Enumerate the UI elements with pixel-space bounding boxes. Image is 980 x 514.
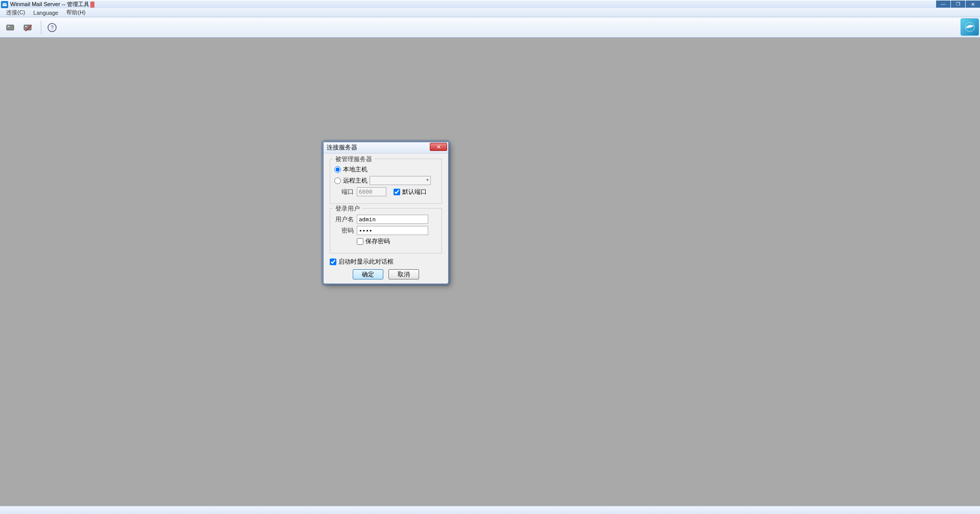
password-input[interactable] — [357, 226, 428, 235]
port-label: 端口 — [334, 188, 354, 196]
managed-server-group-title: 被管理服务器 — [333, 155, 374, 164]
remote-host-combo[interactable] — [370, 176, 431, 185]
port-input[interactable] — [357, 187, 386, 196]
local-host-radio[interactable] — [334, 166, 341, 173]
svg-rect-5 — [25, 26, 27, 27]
svg-text:?: ? — [51, 24, 54, 31]
toolbar: ? — [0, 17, 980, 38]
menu-language[interactable]: Language — [29, 9, 62, 16]
save-password-row: 保存密码 — [357, 237, 437, 246]
remote-host-label: 远程主机 — [343, 176, 368, 185]
svg-rect-2 — [8, 26, 10, 27]
menubar: 连接(C) Language 帮助(H) — [0, 8, 980, 17]
minimize-button[interactable] — [936, 1, 950, 8]
username-label: 用户名 — [334, 215, 354, 224]
title-accent — [90, 2, 94, 8]
svg-point-3 — [12, 28, 14, 29]
remote-host-row: 远程主机 — [334, 176, 437, 185]
maximize-button[interactable] — [951, 1, 965, 8]
username-row: 用户名 — [334, 215, 437, 224]
show-on-startup-row: 启动时显示此对话框 — [330, 258, 442, 266]
dialog-titlebar[interactable]: 连接服务器 ✕ — [324, 142, 448, 153]
save-password-checkbox[interactable] — [357, 238, 363, 245]
show-on-startup-checkbox[interactable] — [330, 259, 336, 265]
username-input[interactable] — [357, 215, 428, 224]
mdi-workspace — [0, 38, 980, 506]
save-password-label: 保存密码 — [365, 237, 390, 246]
window-titlebar: Winmail Mail Server -- 管理工具 — [0, 0, 980, 8]
dialog-close-button[interactable]: ✕ — [430, 143, 447, 151]
statusbar — [0, 506, 980, 514]
login-user-group-title: 登录用户 — [333, 204, 362, 213]
default-port-label: 默认端口 — [402, 188, 427, 196]
password-row: 密码 — [334, 226, 437, 235]
app-logo-icon — [961, 18, 979, 36]
toolbar-separator — [41, 21, 41, 34]
app-icon — [1, 1, 8, 8]
menu-help[interactable]: 帮助(H) — [62, 8, 89, 17]
show-on-startup-label: 启动时显示此对话框 — [338, 258, 394, 266]
dialog-body: 被管理服务器 本地主机 远程主机 端口 默认端口 登录用户 — [324, 153, 448, 284]
ok-button[interactable]: 确定 — [353, 269, 383, 279]
port-row: 端口 默认端口 — [334, 187, 437, 196]
svg-rect-1 — [7, 25, 14, 30]
window-controls — [936, 1, 980, 8]
help-icon[interactable]: ? — [44, 20, 60, 35]
password-label: 密码 — [334, 226, 354, 235]
dialog-buttons: 确定 取消 — [330, 269, 442, 279]
connect-server-dialog: 连接服务器 ✕ 被管理服务器 本地主机 远程主机 端口 默认端 — [323, 142, 449, 284]
server-connect-icon[interactable] — [3, 20, 18, 35]
cancel-button[interactable]: 取消 — [388, 269, 419, 279]
remote-host-radio[interactable] — [334, 177, 341, 184]
local-host-row: 本地主机 — [334, 165, 437, 174]
dialog-title: 连接服务器 — [327, 143, 357, 152]
window-title: Winmail Mail Server -- 管理工具 — [10, 1, 89, 8]
default-port-checkbox[interactable] — [394, 189, 400, 195]
login-user-group: 登录用户 用户名 密码 保存密码 — [330, 208, 442, 253]
window-close-button[interactable] — [966, 1, 980, 8]
server-disconnect-icon[interactable] — [20, 20, 36, 35]
managed-server-group: 被管理服务器 本地主机 远程主机 端口 默认端口 — [330, 159, 442, 204]
local-host-label: 本地主机 — [343, 165, 368, 174]
menu-connect[interactable]: 连接(C) — [2, 8, 29, 17]
